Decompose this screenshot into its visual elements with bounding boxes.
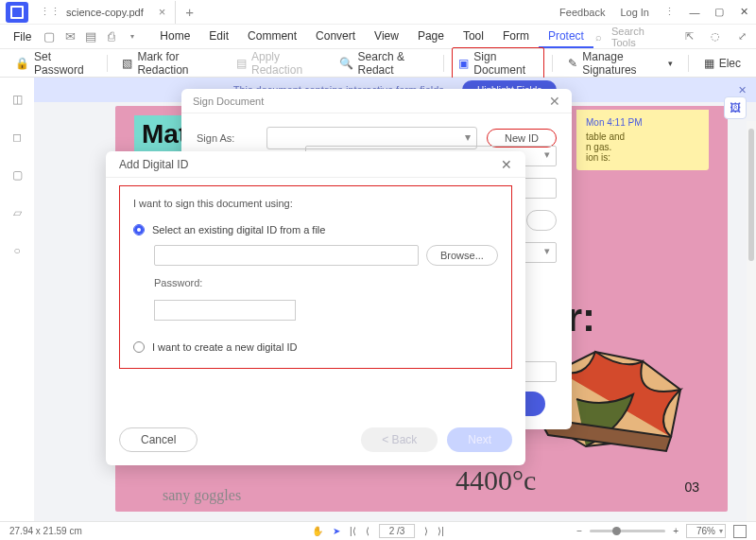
search-icon[interactable]: ⌕: [595, 31, 602, 43]
search-tools-input[interactable]: Search Tools: [611, 26, 671, 48]
search-redact-button[interactable]: 🔍 Search & Redact: [332, 47, 437, 79]
app-icon: [6, 2, 28, 23]
tab-home[interactable]: Home: [150, 26, 199, 48]
next-page-icon[interactable]: ⟩: [424, 526, 428, 536]
tab-comment[interactable]: Comment: [238, 26, 306, 48]
minimize-button[interactable]: —: [682, 0, 707, 25]
separator: [688, 55, 689, 72]
print-dropdown-icon[interactable]: ▾: [124, 28, 141, 45]
close-dialog-icon[interactable]: ✕: [549, 94, 560, 109]
tab-edit[interactable]: Edit: [199, 26, 238, 48]
zoom-in-icon[interactable]: +: [673, 526, 679, 536]
tab-view[interactable]: View: [365, 26, 408, 48]
tab-convert[interactable]: Convert: [306, 26, 365, 48]
add-digital-id-dialog: Add Digital ID ✕ I want to sign this doc…: [106, 151, 525, 465]
sign-icon: ▣: [458, 57, 469, 70]
back-button: < Back: [361, 427, 438, 452]
radio-checked-icon: [133, 224, 145, 235]
file-menu[interactable]: File: [6, 30, 39, 44]
prev-page-icon[interactable]: ⟨: [366, 526, 369, 536]
close-infobar-icon[interactable]: ✕: [738, 84, 747, 96]
fit-view-icon[interactable]: [733, 525, 747, 538]
electronic-button[interactable]: ▦ Elec: [696, 54, 748, 73]
file-path-input[interactable]: [154, 245, 419, 266]
cloud-icon[interactable]: ◌: [707, 28, 724, 45]
print-icon[interactable]: ⎙: [103, 28, 120, 45]
lock-icon: 🔒: [15, 57, 29, 70]
radio-create-id[interactable]: I want to create a new digital ID: [133, 338, 498, 357]
sign-as-label: Sign As:: [197, 132, 257, 144]
search-panel-icon[interactable]: ○: [9, 242, 26, 259]
page-dimensions: 27.94 x 21.59 cm: [9, 526, 82, 536]
hand-tool-icon[interactable]: ✋: [312, 526, 323, 536]
select-tool-icon[interactable]: ➤: [333, 526, 340, 536]
password-label: Password:: [154, 277, 498, 288]
sticky-line: n gas.: [586, 142, 699, 152]
close-window-button[interactable]: ✕: [731, 0, 756, 25]
ribbon-tabs: Home Edit Comment Convert View Page Tool…: [150, 26, 593, 48]
zoom-out-icon[interactable]: −: [576, 526, 582, 536]
first-page-icon[interactable]: |⟨: [350, 526, 356, 536]
title-bar: ⋮⋮ science-copy.pdf × + Feedback Log In …: [0, 0, 756, 25]
dialog-title: Sign Document: [193, 96, 264, 107]
temperature-label: 4400°c: [455, 464, 536, 496]
open-icon[interactable]: ▢: [41, 28, 58, 45]
tab-protect[interactable]: Protect: [539, 26, 593, 48]
bookmark-icon[interactable]: ◻: [9, 129, 26, 146]
tab-page[interactable]: Page: [408, 26, 454, 48]
expand-icon[interactable]: ⤢: [733, 28, 750, 45]
sign-document-button[interactable]: ▣ Sign Document: [452, 47, 544, 79]
save-icon[interactable]: ▤: [82, 28, 99, 45]
sticky-line: ion is:: [586, 152, 699, 163]
sticky-timestamp: Mon 4:11 PM: [586, 117, 699, 128]
manage-signatures-button[interactable]: ✎ Manage Signatures ▾: [560, 47, 680, 79]
add-tab-button[interactable]: +: [176, 4, 203, 20]
new-id-button[interactable]: New ID: [487, 129, 557, 148]
login-link[interactable]: Log In: [612, 7, 657, 18]
vertical-scrollbar[interactable]: [747, 121, 756, 521]
separator: [443, 55, 444, 72]
set-password-button[interactable]: 🔒 Set Password: [8, 47, 99, 79]
attachments-icon[interactable]: ▱: [9, 204, 26, 221]
floating-image-icon[interactable]: 🖼: [724, 96, 747, 119]
radio-label: Select an existing digital ID from a fil…: [152, 224, 325, 235]
thumbnails-icon[interactable]: ◫: [9, 91, 26, 108]
tab-form[interactable]: Form: [493, 26, 539, 48]
close-tab-icon[interactable]: ×: [159, 5, 166, 19]
document-tab[interactable]: ⋮⋮ science-copy.pdf ×: [34, 1, 176, 24]
annotations-icon[interactable]: ▢: [9, 166, 26, 183]
more-icon[interactable]: ⋮: [657, 6, 682, 18]
sign-small-button[interactable]: [526, 210, 557, 231]
mail-icon[interactable]: ✉: [61, 28, 78, 45]
share-icon[interactable]: ⇱: [680, 28, 697, 45]
apply-redaction-button: ▤ Apply Redaction: [229, 47, 328, 79]
radio-existing-id[interactable]: Select an existing digital ID from a fil…: [133, 220, 498, 239]
mark-icon: ▧: [122, 57, 132, 70]
highlighted-section: I want to sign this document using: Sele…: [119, 185, 512, 369]
page-indicator[interactable]: 2 /3: [379, 524, 416, 538]
next-button[interactable]: Next: [447, 427, 512, 452]
zoom-slider[interactable]: [590, 530, 665, 532]
slider-knob[interactable]: [612, 527, 621, 535]
sticky-line: table and: [586, 131, 699, 142]
sticky-note[interactable]: Mon 4:11 PM table and n gas. ion is:: [576, 110, 709, 170]
separator: [107, 55, 108, 72]
scroll-thumb[interactable]: [748, 129, 754, 261]
anchor-icon: ⋮⋮: [40, 6, 60, 18]
close-dialog-icon[interactable]: ✕: [501, 157, 512, 172]
browse-button[interactable]: Browse...: [426, 245, 498, 266]
last-page-icon[interactable]: ⟩|: [438, 526, 444, 536]
left-sidebar: ◫ ◻ ▢ ▱ ○: [0, 78, 34, 521]
mark-redaction-button[interactable]: ▧ Mark for Redaction: [114, 47, 225, 79]
apply-icon: ▤: [236, 57, 247, 70]
maximize-button[interactable]: ▢: [707, 0, 731, 25]
document-tab-label: science-copy.pdf: [66, 7, 144, 18]
dialog-title: Add Digital ID: [119, 158, 188, 171]
feedback-link[interactable]: Feedback: [552, 7, 612, 18]
cancel-button[interactable]: Cancel: [119, 427, 198, 452]
elec-icon: ▦: [704, 57, 714, 70]
radio-unchecked-icon: [133, 341, 145, 353]
tab-tool[interactable]: Tool: [454, 26, 493, 48]
zoom-level-select[interactable]: 76%: [686, 524, 726, 538]
password-input[interactable]: [154, 300, 296, 321]
